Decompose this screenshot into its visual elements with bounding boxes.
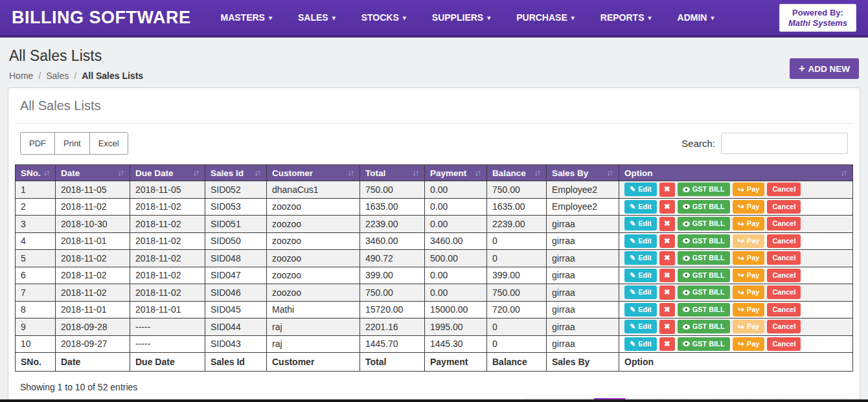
delete-button[interactable]: ✖ [659, 200, 675, 214]
pencil-icon: ✎ [630, 202, 635, 212]
gst-bill-button[interactable]: GST BILL [678, 269, 730, 282]
pdf-export-button[interactable]: PDF [20, 132, 55, 155]
print-export-button[interactable]: Print [54, 132, 90, 155]
delete-button[interactable]: ✖ [659, 320, 675, 334]
edit-button[interactable]: ✎Edit [624, 183, 657, 196]
delete-button[interactable]: ✖ [659, 303, 675, 317]
delete-button[interactable]: ✖ [659, 285, 675, 300]
gst-bill-button[interactable]: GST BILL [678, 200, 730, 214]
cell-sales-by: girraa [547, 250, 619, 267]
column-header-option[interactable]: Option↓↑ [619, 165, 853, 181]
delete-button[interactable]: ✖ [659, 234, 675, 249]
pay-button[interactable]: ↪Pay [733, 285, 765, 299]
app-navbar: BILLING SOFTWARE MASTERS▾SALES▾STOCKS▾SU… [0, 0, 868, 38]
cell-sno: 4 [16, 232, 56, 250]
gst-bill-button[interactable]: GST BILL [678, 303, 730, 317]
gst-bill-button[interactable]: GST BILL [678, 337, 730, 351]
cell-option: ✎Edit✖GST BILL↪PayCancel [619, 216, 853, 233]
edit-button[interactable]: ✎Edit [624, 269, 657, 282]
cell-sales-id: SID045 [205, 301, 267, 318]
column-header-customer[interactable]: Customer↓↑ [267, 165, 360, 181]
column-header-sno-[interactable]: SNo.↓↑ [16, 165, 56, 181]
gst-bill-button[interactable]: GST BILL [678, 285, 730, 299]
pay-button[interactable]: ↪Pay [733, 217, 765, 230]
delete-button[interactable]: ✖ [659, 251, 675, 265]
gst-bill-button[interactable]: GST BILL [678, 320, 730, 333]
add-new-button[interactable]: + ADD NEW [790, 58, 859, 79]
gst-bill-label: GST BILL [692, 339, 725, 349]
cell-sales-by: Employee2 [547, 198, 619, 216]
column-header-total[interactable]: Total↓↑ [360, 165, 425, 181]
cancel-button[interactable]: Cancel [767, 200, 801, 214]
column-header-payment[interactable]: Payment↓↑ [425, 165, 487, 181]
cancel-button[interactable]: Cancel [767, 303, 801, 317]
pay-button[interactable]: ↪Pay [733, 337, 765, 351]
cancel-button[interactable]: Cancel [767, 337, 801, 351]
cancel-button[interactable]: Cancel [767, 217, 801, 230]
footer-column-label: Sales Id [205, 353, 267, 372]
cancel-button[interactable]: Cancel [767, 269, 801, 282]
edit-button[interactable]: ✎Edit [624, 200, 657, 214]
cell-option: ✎Edit✖GST BILL↪PayCancel [619, 318, 853, 336]
delete-button[interactable]: ✖ [659, 183, 675, 197]
edit-button[interactable]: ✎Edit [624, 285, 657, 299]
cancel-button[interactable]: Cancel [767, 251, 801, 265]
column-header-sales-by[interactable]: Sales By↓↑ [547, 165, 619, 181]
column-header-sales-id[interactable]: Sales Id↓↑ [205, 165, 267, 181]
pay-button[interactable]: ↪Pay [733, 183, 765, 196]
pay-button[interactable]: ↪Pay [733, 251, 765, 265]
gst-bill-button[interactable]: GST BILL [678, 234, 730, 248]
eye-icon [683, 290, 690, 295]
breadcrumb-item[interactable]: Home [9, 71, 33, 81]
edit-button[interactable]: ✎Edit [624, 320, 657, 333]
column-header-due-date[interactable]: Due Date↓↑ [130, 165, 205, 181]
pay-button[interactable]: ↪Pay [733, 234, 765, 248]
delete-button[interactable]: ✖ [659, 217, 675, 231]
pay-button[interactable]: ↪Pay [733, 303, 765, 317]
edit-button[interactable]: ✎Edit [624, 217, 657, 230]
nav-item-masters[interactable]: MASTERS▾ [220, 12, 271, 23]
nav-item-admin[interactable]: ADMIN▾ [678, 12, 714, 23]
nav-item-sales[interactable]: SALES▾ [298, 12, 336, 23]
gst-bill-button[interactable]: GST BILL [678, 217, 730, 230]
edit-button[interactable]: ✎Edit [624, 303, 657, 317]
pay-label: Pay [747, 219, 760, 229]
edit-button[interactable]: ✎Edit [624, 337, 657, 351]
cell-customer: Mathi [267, 301, 360, 318]
edit-button[interactable]: ✎Edit [624, 251, 657, 265]
cancel-button[interactable]: Cancel [767, 183, 801, 196]
breadcrumb-item[interactable]: Sales [46, 71, 69, 81]
gst-bill-button[interactable]: GST BILL [678, 183, 730, 196]
cell-balance: 399.00 [487, 267, 547, 284]
breadcrumb-separator: / [38, 71, 41, 81]
pay-button[interactable]: ↪Pay [733, 320, 765, 333]
pay-label: Pay [747, 271, 760, 280]
nav-item-reports[interactable]: REPORTS▾ [600, 12, 652, 23]
cancel-button[interactable]: Cancel [767, 234, 801, 248]
column-header-date[interactable]: Date↓↑ [56, 165, 130, 181]
nav-item-stocks[interactable]: STOCKS▾ [361, 12, 406, 23]
cell-balance: 0 [487, 232, 547, 250]
excel-export-button[interactable]: Excel [89, 132, 128, 155]
cell-sales-id: SID051 [205, 216, 267, 233]
column-header-balance[interactable]: Balance↓↑ [487, 165, 547, 181]
gst-bill-label: GST BILL [692, 236, 725, 246]
pay-button[interactable]: ↪Pay [733, 269, 765, 282]
pay-label: Pay [747, 339, 760, 349]
cell-customer: zoozoo [267, 232, 360, 250]
edit-button[interactable]: ✎Edit [624, 234, 657, 248]
nav-item-suppliers[interactable]: SUPPLIERS▾ [432, 12, 490, 23]
pay-button[interactable]: ↪Pay [733, 200, 765, 214]
cancel-label: Cancel [772, 339, 795, 349]
column-header-label: Balance [492, 168, 526, 178]
cancel-button[interactable]: Cancel [767, 320, 801, 333]
gst-bill-button[interactable]: GST BILL [678, 251, 730, 265]
cell-due-date: ----- [130, 335, 205, 353]
nav-item-purchase[interactable]: PURCHASE▾ [516, 12, 575, 23]
cancel-button[interactable]: Cancel [767, 285, 801, 299]
cancel-label: Cancel [772, 253, 795, 263]
cell-payment: 1995.00 [425, 318, 487, 336]
delete-button[interactable]: ✖ [659, 269, 675, 283]
search-input[interactable] [721, 133, 848, 154]
delete-button[interactable]: ✖ [659, 337, 675, 352]
